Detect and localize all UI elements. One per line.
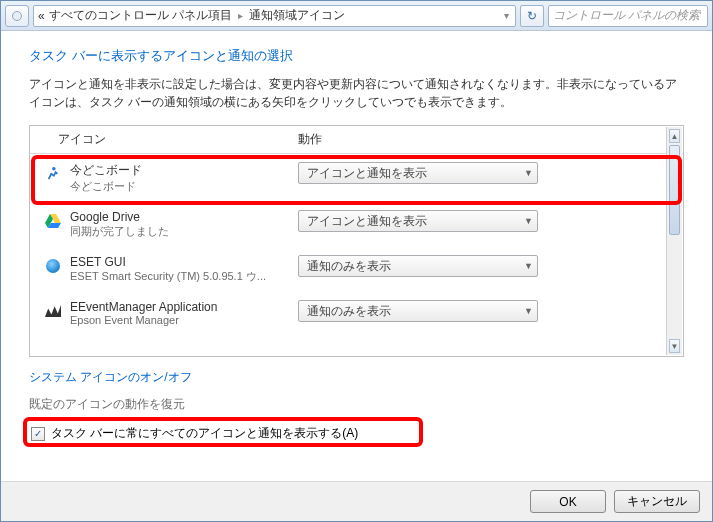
eset-icon: [44, 257, 62, 275]
checkbox-label: タスク バーに常にすべてのアイコンと通知を表示する(A): [51, 425, 358, 442]
row-action: アイコンと通知を表示 ▼: [298, 162, 659, 184]
row-action: 通知のみを表示 ▼: [298, 300, 659, 322]
dropdown-value: 通知のみを表示: [307, 258, 391, 275]
chevron-down-icon: ▼: [524, 216, 533, 226]
row-text-group: Google Drive 同期が完了しました: [70, 210, 290, 239]
imadoko-icon: [44, 164, 62, 182]
icons-panel: アイコン 動作 今どこボード 今どこボード アイコンと通知を表示: [29, 125, 684, 357]
address-bar: « すべてのコントロール パネル項目 ▸ 通知領域アイコン ▾ ↻ コントロール…: [1, 1, 712, 31]
dropdown-value: アイコンと通知を表示: [307, 213, 427, 230]
icons-panel-wrap: アイコン 動作 今どこボード 今どこボード アイコンと通知を表示: [29, 125, 684, 357]
table-row: 今どこボード 今どこボード アイコンと通知を表示 ▼: [30, 154, 683, 202]
row-text-group: EEventManager Application Epson Event Ma…: [70, 300, 290, 326]
ok-button[interactable]: OK: [530, 490, 606, 513]
search-placeholder: コントロール パネルの検索: [553, 7, 700, 24]
chevron-down-icon: ▼: [524, 168, 533, 178]
row-subtitle: ESET Smart Security (TM) 5.0.95.1 ウ...: [70, 269, 290, 284]
dropdown-value: アイコンと通知を表示: [307, 165, 427, 182]
breadcrumb[interactable]: « すべてのコントロール パネル項目 ▸ 通知領域アイコン ▾: [33, 5, 516, 27]
row-text-group: 今どこボード 今どこボード: [70, 162, 290, 194]
breadcrumb-parent[interactable]: すべてのコントロール パネル項目: [49, 7, 232, 24]
chevron-right-icon: ▸: [236, 10, 245, 21]
row-text-group: ESET GUI ESET Smart Security (TM) 5.0.95…: [70, 255, 290, 284]
scrollbar-thumb[interactable]: [669, 145, 680, 235]
table-header: アイコン 動作: [30, 126, 683, 154]
table-row: EEventManager Application Epson Event Ma…: [30, 292, 683, 334]
row-subtitle: 同期が完了しました: [70, 224, 290, 239]
behavior-dropdown[interactable]: アイコンと通知を表示 ▼: [298, 162, 538, 184]
refresh-icon: ↻: [527, 9, 537, 23]
dropdown-value: 通知のみを表示: [307, 303, 391, 320]
table-row: ESET GUI ESET Smart Security (TM) 5.0.95…: [30, 247, 683, 292]
system-icons-link[interactable]: システム アイコンのオン/オフ: [29, 369, 684, 386]
row-title: EEventManager Application: [70, 300, 290, 314]
row-action: アイコンと通知を表示 ▼: [298, 210, 659, 232]
column-header-icon: アイコン: [58, 131, 298, 148]
table-row: Google Drive 同期が完了しました アイコンと通知を表示 ▼: [30, 202, 683, 247]
page-description: アイコンと通知を非表示に設定した場合は、変更内容や更新内容について通知されなくな…: [29, 75, 684, 111]
svg-point-1: [52, 167, 56, 171]
behavior-dropdown[interactable]: 通知のみを表示 ▼: [298, 255, 538, 277]
scroll-up-arrow-icon[interactable]: ▲: [669, 129, 680, 143]
control-panel-window: « すべてのコントロール パネル項目 ▸ 通知領域アイコン ▾ ↻ コントロール…: [0, 0, 713, 522]
gdrive-icon: [44, 212, 62, 230]
row-subtitle: 今どこボード: [70, 179, 290, 194]
row-action: 通知のみを表示 ▼: [298, 255, 659, 277]
behavior-dropdown[interactable]: 通知のみを表示 ▼: [298, 300, 538, 322]
refresh-button[interactable]: ↻: [520, 5, 544, 27]
cancel-button[interactable]: キャンセル: [614, 490, 700, 513]
always-show-checkbox[interactable]: ✓: [31, 427, 45, 441]
row-subtitle: Epson Event Manager: [70, 314, 290, 326]
restore-defaults-link[interactable]: 既定のアイコンの動作を復元: [29, 396, 684, 413]
vertical-scrollbar[interactable]: ▲ ▼: [666, 127, 682, 355]
svg-point-0: [13, 11, 22, 20]
row-title: ESET GUI: [70, 255, 290, 269]
search-input[interactable]: コントロール パネルの検索: [548, 5, 708, 27]
breadcrumb-back-glyph: «: [38, 9, 45, 23]
dialog-button-bar: OK キャンセル: [1, 481, 712, 521]
chevron-down-icon[interactable]: ▾: [502, 10, 511, 21]
scroll-down-arrow-icon[interactable]: ▼: [669, 339, 680, 353]
column-header-action: 動作: [298, 131, 659, 148]
epson-icon: [44, 302, 62, 320]
page-title: タスク バーに表示するアイコンと通知の選択: [29, 47, 684, 65]
behavior-dropdown[interactable]: アイコンと通知を表示 ▼: [298, 210, 538, 232]
chevron-down-icon: ▼: [524, 261, 533, 271]
row-title: 今どこボード: [70, 162, 290, 179]
chevron-down-icon: ▼: [524, 306, 533, 316]
breadcrumb-current[interactable]: 通知領域アイコン: [249, 7, 345, 24]
always-show-checkbox-row[interactable]: ✓ タスク バーに常にすべてのアイコンと通知を表示する(A): [29, 421, 684, 446]
row-title: Google Drive: [70, 210, 290, 224]
content-pane: タスク バーに表示するアイコンと通知の選択 アイコンと通知を非表示に設定した場合…: [1, 31, 712, 481]
nav-back-button[interactable]: [5, 5, 29, 27]
